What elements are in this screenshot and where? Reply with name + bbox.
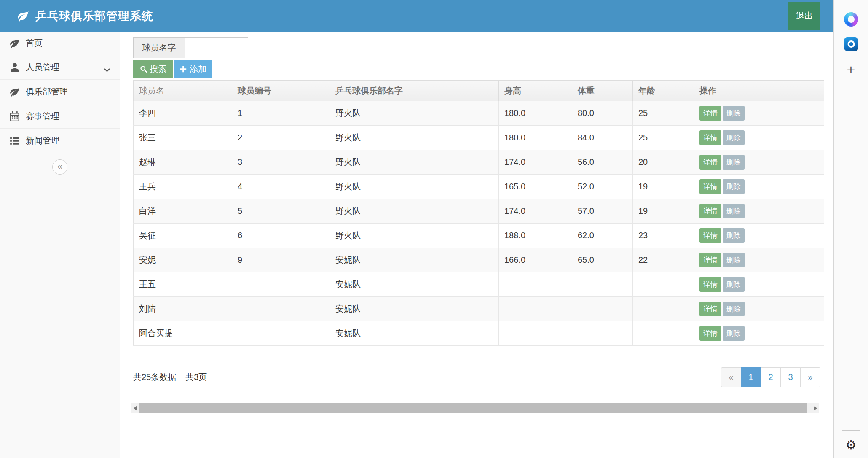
detail-button[interactable]: 详情 [699, 228, 721, 243]
detail-button[interactable]: 详情 [699, 130, 721, 145]
horizontal-scrollbar[interactable] [131, 403, 819, 413]
cell-age [633, 321, 694, 346]
cell-club: 野火队 [330, 101, 499, 126]
calendar-icon [9, 111, 20, 122]
sidebar-item-label: 新闻管理 [26, 135, 59, 146]
main-content: 球员名字 搜索 添加 球员名球员编号乒乓球俱乐部名字身高体重年龄操作 李四1野火… [120, 32, 833, 458]
cell-number [232, 272, 330, 297]
browser-sidebar: + ⚙ [833, 0, 868, 458]
sidebar-item-personnel[interactable]: 人员管理 [0, 55, 120, 80]
sidebar-item-news[interactable]: 新闻管理 [0, 129, 120, 153]
leaf-icon [9, 86, 20, 97]
cell-age: 23 [633, 224, 694, 248]
detail-button[interactable]: 详情 [699, 253, 721, 267]
pagination-page-3[interactable]: 3 [780, 367, 801, 387]
detail-button[interactable]: 详情 [699, 204, 721, 218]
cell-height: 174.0 [499, 150, 572, 175]
total-records-label: 共25条数据 [133, 372, 176, 383]
sidebar-item-home[interactable]: 首页 [0, 32, 120, 55]
delete-button[interactable]: 删除 [723, 277, 745, 292]
sidebar-item-club[interactable]: 俱乐部管理 [0, 80, 120, 104]
detail-button[interactable]: 详情 [699, 277, 721, 292]
detail-button[interactable]: 详情 [699, 179, 721, 194]
table-row: 阿合买提安妮队详情删除 [134, 321, 824, 346]
cell-club: 野火队 [330, 175, 499, 199]
table-header-row: 球员名球员编号乒乓球俱乐部名字身高体重年龄操作 [134, 81, 824, 101]
cell-actions: 详情删除 [694, 199, 824, 224]
cell-club: 野火队 [330, 150, 499, 175]
copilot-icon[interactable] [844, 12, 858, 27]
player-name-input[interactable] [185, 37, 248, 58]
cell-club: 安妮队 [330, 321, 499, 346]
pagination-next[interactable]: » [800, 367, 820, 387]
sidebar-item-label: 人员管理 [26, 62, 59, 73]
sidebar-item-label: 赛事管理 [26, 110, 59, 122]
cell-age [633, 297, 694, 321]
leaf-logo-icon [17, 10, 29, 22]
sidebar-collapse-row: « [0, 157, 120, 178]
search-icon [140, 65, 147, 73]
cell-actions: 详情删除 [694, 272, 824, 297]
add-tab-icon[interactable]: + [847, 62, 855, 77]
delete-button[interactable]: 删除 [723, 228, 745, 243]
scroll-left-arrow-icon[interactable] [131, 403, 139, 413]
cell-name: 刘陆 [134, 297, 232, 321]
delete-button[interactable]: 删除 [723, 130, 745, 145]
cell-height: 174.0 [499, 199, 572, 224]
cell-name: 阿合买提 [134, 321, 232, 346]
cell-height [499, 297, 572, 321]
scrollbar-thumb[interactable] [139, 403, 807, 413]
chevron-down-icon [104, 65, 110, 70]
cell-height: 180.0 [499, 101, 572, 126]
user-icon [9, 62, 20, 73]
cell-weight: 56.0 [572, 150, 633, 175]
cell-number: 6 [232, 224, 330, 248]
delete-button[interactable]: 删除 [723, 179, 745, 194]
table-row: 赵琳3野火队174.056.020详情删除 [134, 150, 824, 175]
cell-age: 20 [633, 150, 694, 175]
outlook-icon[interactable] [844, 37, 858, 51]
leaf-icon [9, 38, 20, 49]
table-row: 白洋5野火队174.057.019详情删除 [134, 199, 824, 224]
cell-number: 9 [232, 248, 330, 272]
pagination-page-1[interactable]: 1 [741, 367, 761, 387]
add-button[interactable]: 添加 [174, 60, 212, 78]
delete-button[interactable]: 删除 [723, 155, 745, 170]
cell-weight: 57.0 [572, 199, 633, 224]
column-header: 年龄 [633, 81, 694, 101]
detail-button[interactable]: 详情 [699, 302, 721, 316]
app-window: 乒乓球俱乐部管理系统 退出 首页 人员管理 [0, 0, 833, 458]
table-row: 张三2野火队180.084.025详情删除 [134, 126, 824, 150]
column-header: 身高 [499, 81, 572, 101]
search-button[interactable]: 搜索 [133, 60, 173, 78]
delete-button[interactable]: 删除 [723, 326, 745, 341]
cell-number [232, 321, 330, 346]
pagination-prev[interactable]: « [721, 367, 741, 387]
cell-club: 野火队 [330, 224, 499, 248]
delete-button[interactable]: 删除 [723, 253, 745, 267]
detail-button[interactable]: 详情 [699, 106, 721, 121]
logout-button[interactable]: 退出 [788, 2, 820, 30]
table-row: 刘陆安妮队详情删除 [134, 297, 824, 321]
table-row: 王兵4野火队165.052.019详情删除 [134, 175, 824, 199]
page-title: 乒乓球俱乐部管理系统 [35, 8, 153, 24]
cell-actions: 详情删除 [694, 175, 824, 199]
sidebar-collapse-button[interactable]: « [52, 159, 67, 175]
cell-name: 白洋 [134, 199, 232, 224]
cell-actions: 详情删除 [694, 101, 824, 126]
delete-button[interactable]: 删除 [723, 204, 745, 218]
settings-gear-icon[interactable]: ⚙ [846, 438, 857, 452]
cell-number: 5 [232, 199, 330, 224]
detail-button[interactable]: 详情 [699, 326, 721, 341]
detail-button[interactable]: 详情 [699, 155, 721, 170]
sidebar-item-events[interactable]: 赛事管理 [0, 104, 120, 129]
scroll-right-arrow-icon[interactable] [812, 403, 819, 413]
delete-button[interactable]: 删除 [723, 302, 745, 316]
pagination-page-2[interactable]: 2 [761, 367, 781, 387]
cell-actions: 详情删除 [694, 126, 824, 150]
delete-button[interactable]: 删除 [723, 106, 745, 121]
divider [842, 430, 860, 431]
cell-name: 王兵 [134, 175, 232, 199]
cell-age [633, 272, 694, 297]
cell-number: 3 [232, 150, 330, 175]
